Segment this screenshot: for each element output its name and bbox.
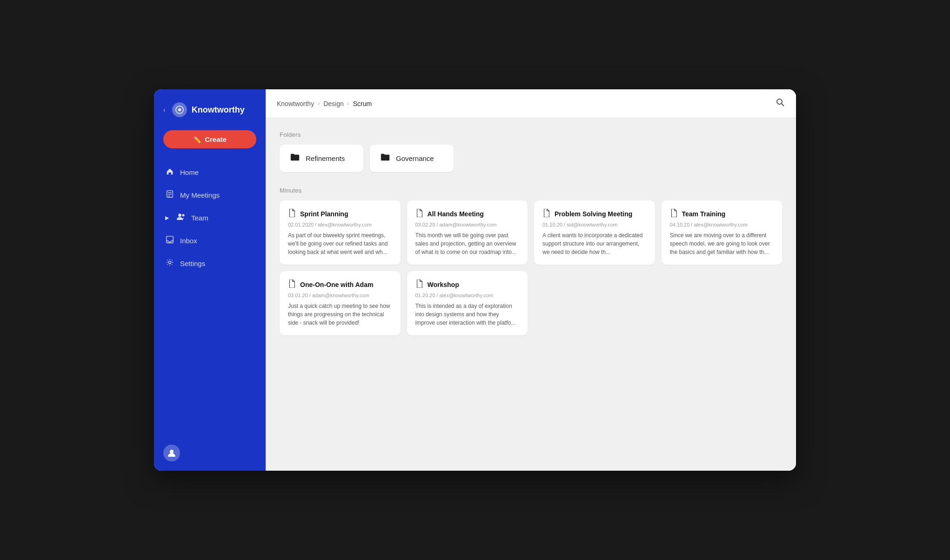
search-icon[interactable] (776, 98, 785, 109)
svg-point-10 (170, 450, 174, 453)
sidebar-nav: Home My Meetings ▶ (154, 161, 266, 274)
team-expand-icon: ▶ (165, 215, 169, 221)
breadcrumb-design[interactable]: Design (323, 100, 344, 107)
settings-icon (165, 258, 174, 269)
minute-title: Workshop (428, 281, 459, 288)
minute-card-header: Workshop (415, 280, 520, 290)
minute-card-problem-solving[interactable]: Problem Solving Meeting 01.10.20 / sid@k… (534, 200, 655, 265)
sidebar-item-team[interactable]: ▶ Team (159, 207, 261, 229)
minute-meta: 02.01.2020 / alex@knowtworthy.com (288, 222, 392, 227)
minute-card-one-on-one[interactable]: One-On-One with Adam 03.01.20 / adam@kno… (280, 271, 401, 335)
sidebar-item-my-meetings[interactable]: My Meetings (159, 184, 261, 206)
minute-card-team-training[interactable]: Team Training 04.10.20 / alex@knowtworth… (662, 200, 783, 265)
svg-point-11 (777, 99, 782, 104)
back-icon[interactable]: ‹ (163, 106, 166, 113)
sidebar-item-inbox[interactable]: Inbox (159, 230, 261, 252)
minute-meta: 03.01.20 / adam@knowtworthy.com (288, 293, 392, 298)
sidebar-header: ‹ Knowtworthy (154, 89, 266, 128)
team-icon (176, 213, 186, 223)
minute-card-header: Problem Solving Meeting (542, 209, 647, 219)
folder-icon-governance (380, 152, 390, 165)
sidebar-item-team-label: Team (191, 214, 208, 222)
sidebar-item-meetings-label: My Meetings (180, 191, 220, 199)
app-logo (172, 102, 187, 117)
minute-preview: This month we will be going over past sa… (415, 231, 520, 256)
svg-point-1 (178, 108, 181, 111)
minute-card-header: All Hands Meeting (415, 209, 520, 219)
folder-governance[interactable]: Governance (370, 145, 454, 172)
minute-meta: 01.20.20 / alex@knowtworthy.com (415, 293, 520, 298)
app-title: Knowtworthy (192, 105, 245, 115)
folder-refinements-label: Refinements (306, 154, 345, 162)
my-meetings-icon (165, 190, 174, 200)
folders-row: Refinements Governance (280, 145, 782, 172)
sidebar-bottom (154, 435, 266, 471)
user-avatar[interactable] (163, 445, 180, 461)
minute-preview: This is intended as a day of exploration… (415, 302, 520, 327)
app-container: ‹ Knowtworthy ✏️ Create Home (154, 89, 796, 471)
minute-title: Team Training (682, 210, 726, 218)
folder-icon-refinements (290, 152, 300, 165)
svg-point-7 (182, 214, 185, 216)
minute-title: Problem Solving Meeting (555, 210, 632, 218)
topbar: Knowtworthy › Design › Scrum (266, 89, 796, 118)
create-button[interactable]: ✏️ Create (163, 130, 256, 148)
minute-card-header: One-On-One with Adam (288, 280, 392, 290)
home-icon (165, 167, 174, 178)
breadcrumb-scrum[interactable]: Scrum (353, 100, 372, 107)
content-area: Folders Refinements (266, 118, 796, 471)
minute-card-all-hands[interactable]: All Hands Meeting 03.02.20 / adam@knowtw… (407, 200, 528, 265)
sidebar-item-home-label: Home (180, 168, 199, 176)
breadcrumb-knowtworthy[interactable]: Knowtworthy (277, 100, 314, 107)
folders-section-label: Folders (280, 131, 782, 138)
minute-meta: 04.10.20 / alex@knowtworthy.com (670, 222, 774, 227)
sidebar-item-settings[interactable]: Settings (159, 253, 261, 274)
doc-icon (670, 209, 677, 219)
minute-title: One-On-One with Adam (300, 281, 373, 288)
minute-title: Sprint Planning (300, 210, 348, 218)
doc-icon (415, 280, 423, 290)
minute-preview: As part of our biweekly sprint meetings,… (288, 231, 392, 256)
sidebar-item-inbox-label: Inbox (180, 237, 197, 245)
minute-card-workshop[interactable]: Workshop 01.20.20 / alex@knowtworthy.com… (407, 271, 528, 335)
doc-icon (288, 280, 295, 290)
doc-icon (415, 209, 423, 219)
pencil-icon: ✏️ (193, 136, 201, 143)
minutes-section-label: Minutes (280, 187, 782, 194)
minute-meta: 01.10.20 / sid@knowtworthy.com (542, 222, 647, 227)
minutes-grid: Sprint Planning 02.01.2020 / alex@knowtw… (280, 200, 782, 335)
folder-refinements[interactable]: Refinements (280, 145, 363, 172)
doc-icon (288, 209, 295, 219)
minute-card-sprint-planning[interactable]: Sprint Planning 02.01.2020 / alex@knowtw… (280, 200, 401, 265)
minute-preview: Since we are moving over to a different … (670, 231, 774, 256)
breadcrumb-sep-2: › (348, 100, 349, 107)
sidebar-item-home[interactable]: Home (159, 161, 261, 183)
minute-preview: A client wants to incorporate a dedicate… (542, 231, 647, 256)
svg-line-12 (782, 104, 784, 106)
breadcrumb-sep-1: › (318, 100, 320, 107)
minute-card-header: Sprint Planning (288, 209, 392, 219)
sidebar-item-settings-label: Settings (180, 260, 205, 267)
minute-title: All Hands Meeting (428, 210, 484, 218)
folder-governance-label: Governance (396, 154, 434, 162)
doc-icon (542, 209, 550, 219)
svg-point-9 (168, 261, 171, 263)
main-content: Knowtworthy › Design › Scrum Folders (266, 89, 796, 471)
breadcrumb: Knowtworthy › Design › Scrum (277, 100, 372, 107)
sidebar: ‹ Knowtworthy ✏️ Create Home (154, 89, 266, 471)
inbox-icon (165, 235, 174, 246)
svg-point-6 (178, 213, 181, 217)
minute-card-header: Team Training (670, 209, 774, 219)
minute-preview: Just a quick catch up meeting to see how… (288, 302, 392, 327)
minute-meta: 03.02.20 / adam@knowtworthy.com (415, 222, 520, 227)
